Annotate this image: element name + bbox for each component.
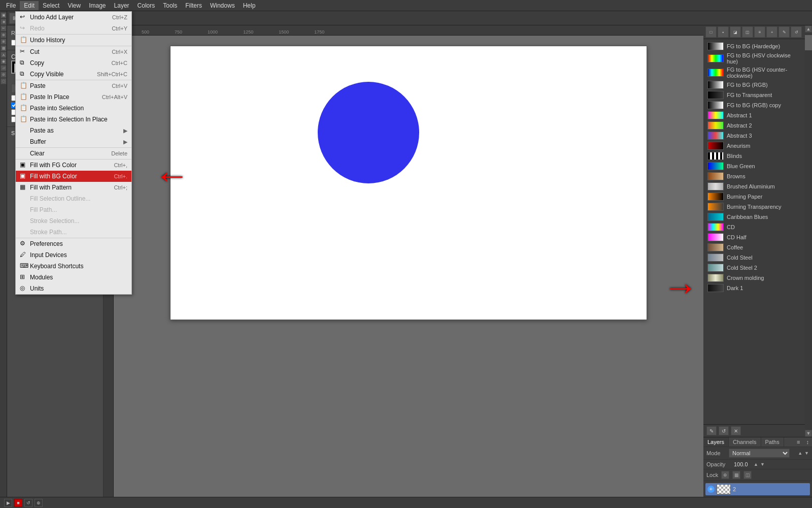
opacity-down-arrow[interactable]: ▼	[760, 462, 765, 467]
menu-help[interactable]: Help	[239, 1, 260, 10]
gradient-panel-btn-7[interactable]: ✎	[779, 26, 790, 38]
canvas-wrapper[interactable]: ←	[114, 36, 703, 497]
menu-paste-into-selection[interactable]: 📋 Paste into Selection	[16, 103, 131, 114]
gradient-panel-btn-5[interactable]: ≡	[754, 26, 765, 38]
menu-tools[interactable]: Tools	[159, 1, 181, 10]
gradient-panel-btn-1[interactable]: □	[705, 26, 717, 38]
icon-strip-item-6[interactable]: ▦	[1, 45, 7, 51]
menu-paste-in-place[interactable]: 📋 Paste In Place Ctrl+Alt+V	[16, 91, 131, 103]
icon-strip-item-3[interactable]: ✂	[1, 25, 7, 31]
menu-input-devices[interactable]: 🖊 Input Devices	[16, 249, 131, 261]
menu-fill-bg[interactable]: ▣ Fill with BG Color Ctrl+.	[16, 171, 131, 182]
menu-image[interactable]: Image	[85, 1, 110, 10]
gradient-item-burning-paper[interactable]: Burning Paper	[705, 192, 803, 202]
gradient-item-bluegreen[interactable]: Blue Green	[705, 161, 803, 171]
menu-file[interactable]: File	[2, 1, 20, 10]
gradient-item-hardedge[interactable]: FG to BG (Hardedge)	[705, 41, 803, 51]
tab-channels[interactable]: Channels	[729, 437, 761, 447]
gradient-item-cd[interactable]: CD	[705, 222, 803, 232]
gradient-refresh-btn[interactable]: ↺	[719, 426, 729, 435]
gradient-item-transparent[interactable]: FG to Transparent	[705, 90, 803, 100]
lock-pixels-btn[interactable]: ▦	[732, 471, 740, 479]
gradient-item-rgb[interactable]: FG to BG (RGB)	[705, 80, 803, 90]
menu-modules[interactable]: ⊞ Modules	[16, 272, 131, 283]
gradient-item-abstract3[interactable]: Abstract 3	[705, 131, 803, 141]
icon-strip-item-8[interactable]: ◉	[1, 58, 7, 65]
menu-fill-sel-outline[interactable]: Fill Selection Outline...	[16, 193, 131, 204]
gradient-panel-btn-6[interactable]: +	[766, 26, 777, 38]
tab-paths[interactable]: Paths	[761, 437, 784, 447]
menu-cut[interactable]: ✂ Cut Ctrl+X	[16, 46, 131, 57]
icon-strip-item-2[interactable]: ◈	[1, 19, 7, 25]
menu-filters[interactable]: Filters	[181, 1, 206, 10]
gradient-item-hsv-cw[interactable]: FG to BG (HSV clockwise hue)	[705, 51, 803, 66]
mode-down-arrow[interactable]: ▼	[804, 451, 809, 456]
icon-strip-item-7[interactable]: A	[1, 52, 7, 58]
menu-view[interactable]: View	[63, 1, 85, 10]
menu-stroke-path[interactable]: Stroke Path...	[16, 227, 131, 238]
mode-up-arrow[interactable]: ▲	[798, 451, 802, 456]
menu-preferences[interactable]: ⚙ Preferences	[16, 238, 131, 249]
icon-strip-item-4[interactable]: ⊕	[1, 32, 7, 38]
status-icon-4[interactable]: ⊕	[35, 499, 43, 507]
gradient-item-blinds[interactable]: Blinds	[705, 151, 803, 161]
menu-fill-fg[interactable]: ▣ Fill with FG Color Ctrl+,	[16, 160, 131, 171]
menu-paste-into-selection-in-place[interactable]: 📋 Paste into Selection In Place	[16, 114, 131, 125]
gradient-item-hsv-ccw[interactable]: FG to BG (HSV counter-clockwise)	[705, 66, 803, 80]
menu-clear[interactable]: Clear Delete	[16, 148, 131, 159]
menu-fill-path[interactable]: Fill Path...	[16, 204, 131, 215]
gradient-item-cd-half[interactable]: CD Half	[705, 232, 803, 242]
menu-stroke-sel[interactable]: Stroke Selection...	[16, 215, 131, 227]
scroll-track[interactable]	[805, 33, 812, 430]
menu-colors[interactable]: Colors	[133, 1, 159, 10]
gradient-item-rgb-copy[interactable]: FG to BG (RGB) copy	[705, 100, 803, 110]
gradient-item-abstract1[interactable]: Abstract 1	[705, 110, 803, 120]
menu-keyboard-shortcuts[interactable]: ⌨ Keyboard Shortcuts	[16, 261, 131, 272]
status-icon-stop[interactable]: ■	[14, 499, 22, 507]
gradient-panel-btn-2[interactable]: ▪	[718, 26, 729, 38]
gradient-item-aneurism[interactable]: Aneurism	[705, 141, 803, 151]
lock-alpha-btn[interactable]: ◫	[743, 471, 752, 479]
menu-copy-visible[interactable]: ⧉ Copy Visible Shift+Ctrl+C	[16, 69, 131, 80]
tab-layers[interactable]: Layers	[703, 437, 729, 447]
menu-undo-add-layer[interactable]: ↩ Undo Add Layer Ctrl+Z	[16, 12, 131, 23]
gradient-item-burning-trans[interactable]: Burning Transparency	[705, 202, 803, 212]
menu-paste[interactable]: 📋 Paste Ctrl+V	[16, 80, 131, 91]
icon-strip-item-5[interactable]: ⊗	[1, 39, 7, 45]
menu-select[interactable]: Select	[39, 1, 63, 10]
icon-strip-item-9[interactable]: ▱	[1, 65, 7, 71]
icon-strip-item-10[interactable]: ⊘	[1, 72, 7, 78]
menu-units[interactable]: ◎ Units	[16, 283, 131, 294]
menu-undo-history[interactable]: 📋 Undo History	[16, 35, 131, 46]
menu-fill-pattern[interactable]: ▦ Fill with Pattern Ctrl+;	[16, 182, 131, 193]
gradient-item-cold-steel[interactable]: Cold Steel	[705, 252, 803, 263]
gradient-item-crown-molding[interactable]: Crown molding	[705, 273, 803, 283]
layer-eye-2[interactable]: 👁	[707, 486, 715, 493]
layers-menu-btn[interactable]: ≡	[794, 437, 803, 447]
layer-row-2[interactable]: 👁 2	[705, 483, 810, 495]
opacity-up-arrow[interactable]: ▲	[754, 462, 758, 467]
gradient-delete-btn[interactable]: ✕	[731, 426, 741, 435]
menu-paste-as[interactable]: Paste as ▶	[16, 125, 131, 136]
menu-redo[interactable]: ↪ Redo Ctrl+Y	[16, 23, 131, 34]
status-icon-1[interactable]: ▶	[4, 499, 12, 507]
lock-pos-btn[interactable]: ⊕	[721, 471, 729, 479]
menu-buffer[interactable]: Buffer ▶	[16, 136, 131, 147]
layers-expand-btn[interactable]: ↕	[803, 437, 813, 447]
gradient-item-cold-steel2[interactable]: Cold Steel 2	[705, 263, 803, 273]
mode-select[interactable]: Normal Multiply Screen	[729, 449, 790, 458]
gradient-add-btn[interactable]: ✎	[706, 426, 717, 435]
gradient-item-abstract2[interactable]: Abstract 2	[705, 120, 803, 131]
gradient-item-dark1[interactable]: Dark 1	[705, 283, 803, 293]
menu-edit[interactable]: Edit	[20, 1, 39, 10]
menu-layer[interactable]: Layer	[110, 1, 133, 10]
scroll-down-arrow[interactable]: ▼	[805, 430, 812, 437]
gradient-item-coffee[interactable]: Coffee	[705, 242, 803, 252]
gradient-item-browns[interactable]: Browns	[705, 171, 803, 181]
gradient-item-brushed-al[interactable]: Brushed Aluminium	[705, 181, 803, 192]
scroll-thumb[interactable]	[805, 35, 812, 50]
status-icon-3[interactable]: ↺	[24, 499, 32, 507]
gradient-panel-btn-4[interactable]: ◫	[742, 26, 753, 38]
gradient-item-caribbean[interactable]: Caribbean Blues	[705, 212, 803, 222]
gradient-panel-btn-3[interactable]: ◪	[730, 26, 741, 38]
